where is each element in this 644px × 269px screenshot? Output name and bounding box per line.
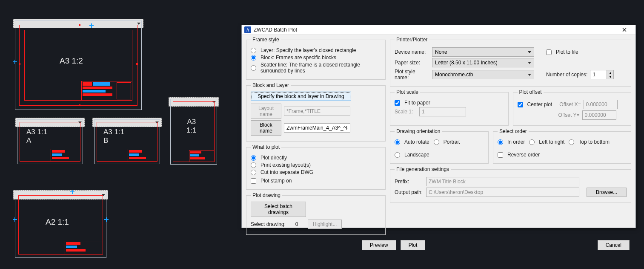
what-to-plot-group: What to plot Plot directly Print existin…: [246, 144, 386, 190]
scale-1-label: Scale 1:: [395, 109, 417, 115]
plot-style-select[interactable]: Monochrome.ctb: [432, 70, 534, 79]
printer-legend: Printer/Plotter: [395, 37, 429, 43]
printer-group: Printer/Plotter Device name: None Plot t…: [390, 37, 631, 87]
select-order-legend: Select order: [498, 128, 529, 134]
copies-down-icon[interactable]: ▼: [607, 75, 613, 79]
auto-rotate-radio[interactable]: [395, 139, 400, 145]
frame-label: A3 1:2: [60, 56, 83, 66]
select-order-group: Select order In order Left to right Top …: [493, 128, 631, 164]
offset-y-input: [582, 110, 616, 120]
frame-style-legend: Frame style: [251, 37, 281, 43]
reverse-order-checkbox[interactable]: [498, 152, 503, 158]
frame-label: A2 1:1: [46, 217, 69, 227]
close-icon: [622, 28, 627, 32]
top-to-bottom-radio[interactable]: [569, 139, 574, 145]
frame-style-block-label: Block: Frames are specific blocks: [260, 55, 336, 61]
frame-style-block-radio[interactable]: [251, 55, 256, 61]
preview-button[interactable]: Preview: [362, 240, 396, 250]
portrait-radio[interactable]: [434, 139, 439, 145]
device-name-label: Device name:: [395, 49, 429, 55]
plot-stamp-label: Plot stamp on: [260, 178, 292, 184]
offset-x-input: [584, 100, 618, 109]
plot-scale-group: Plot scale Fit to paper Scale 1:: [390, 89, 509, 126]
frame-style-scatter-label: Scatter line: The frame is a closed rect…: [260, 62, 381, 74]
fit-to-paper-label: Fit to paper: [404, 100, 430, 106]
block-layer-legend: Block and Layer: [251, 82, 291, 88]
cut-dwg-radio[interactable]: [251, 170, 256, 175]
dialog-titlebar[interactable]: h ZWCAD Batch Plot: [242, 25, 635, 35]
plot-to-file-checkbox[interactable]: [546, 49, 552, 55]
close-button[interactable]: [616, 25, 633, 35]
output-path-label: Output path:: [395, 189, 424, 195]
frame-style-layer-radio[interactable]: [251, 48, 256, 53]
offset-x-label: Offset X=: [557, 101, 581, 107]
paper-size-label: Paper size:: [395, 60, 429, 66]
print-existing-radio[interactable]: [251, 162, 256, 168]
copies-input[interactable]: [590, 70, 607, 79]
frame-a3-1-1-b[interactable]: A3 1:1 B: [94, 119, 160, 164]
plot-to-file-label: Plot to file: [556, 49, 578, 55]
frame-label: A3 1:1 A: [26, 128, 47, 145]
plot-drawing-group: Plot drawing Select batch drawings Selec…: [246, 192, 386, 235]
top-to-bottom-label: Top to bottom: [578, 139, 610, 145]
copies-up-icon[interactable]: ▲: [607, 70, 613, 75]
copies-spinner[interactable]: ▲▼: [590, 70, 614, 79]
block-name-input[interactable]: [284, 123, 350, 133]
scale-1-input: [419, 107, 466, 116]
frame-label: A3 1:1 B: [103, 128, 124, 145]
plot-offset-group: Plot offset Center plot Offset X= Offset…: [513, 89, 632, 126]
cut-dwg-label: Cut into separate DWG: [260, 169, 313, 175]
dialog-title: ZWCAD Batch Plot: [254, 27, 616, 33]
file-generation-group: File generation settings Prefix: Output …: [390, 166, 631, 203]
device-name-select[interactable]: None: [432, 47, 534, 57]
print-existing-label: Print existing layout(s): [260, 162, 311, 168]
frame-a3-1-1-a[interactable]: A3 1:1 A: [17, 119, 83, 164]
app-logo-icon: h: [244, 26, 251, 33]
frame-a3-1-1-portrait[interactable]: A3 1:1: [170, 99, 217, 165]
orientation-legend: Drawing orientation: [395, 128, 442, 134]
plot-directly-radio[interactable]: [251, 155, 256, 161]
layout-name-button: Layout name: [251, 104, 281, 119]
select-batch-drawings-button[interactable]: Select batch drawings: [251, 202, 306, 217]
plot-button[interactable]: Plot: [401, 240, 426, 250]
left-to-right-radio[interactable]: [529, 139, 535, 145]
paper-size-select[interactable]: Letter (8.50 x 11.00 Inches): [432, 58, 534, 67]
file-generation-legend: File generation settings: [395, 166, 451, 172]
dialog-footer: Preview Plot Cancel: [242, 240, 635, 250]
output-path-input: [426, 188, 579, 197]
in-order-label: In order: [507, 139, 525, 145]
specify-block-layer-button[interactable]: Specify the block and layer in Drawing: [251, 92, 351, 101]
plot-scale-legend: Plot scale: [395, 89, 420, 95]
browse-button[interactable]: Browse...: [587, 188, 627, 197]
frame-label: A3 1:1: [186, 118, 197, 135]
plot-stamp-checkbox[interactable]: [251, 178, 256, 184]
frame-style-scatter-radio[interactable]: [251, 65, 256, 71]
block-name-button[interactable]: Block name: [251, 120, 281, 136]
center-plot-checkbox[interactable]: [518, 102, 523, 107]
frame-style-layer-label: Layer: Specify the layer's closed rectan…: [260, 47, 356, 53]
highlight-button: Highlight...: [308, 220, 342, 229]
cad-canvas: A3 1:2 A3 1:1 A A3 1:1 B: [0, 0, 238, 269]
frame-style-group: Frame style Layer: Specify the layer's c…: [246, 37, 386, 80]
plot-drawing-legend: Plot drawing: [251, 192, 282, 198]
frame-a2-1-1[interactable]: A2 1:1: [15, 192, 106, 258]
batch-plot-dialog: h ZWCAD Batch Plot Frame style Layer: Sp…: [241, 25, 636, 228]
prefix-label: Prefix:: [395, 179, 424, 185]
select-drawing-count: 0: [288, 221, 305, 227]
reverse-order-label: Reverse order: [507, 152, 540, 158]
select-drawing-label: Select drawing:: [251, 221, 286, 227]
plot-offset-legend: Plot offset: [518, 89, 544, 95]
portrait-label: Portrait: [444, 139, 460, 145]
center-plot-label: Center plot: [527, 101, 555, 107]
what-to-plot-legend: What to plot: [251, 144, 281, 150]
plot-style-label: Plot style name:: [395, 69, 429, 81]
orientation-group: Drawing orientation Auto rotate Portrait…: [390, 128, 489, 164]
copies-label: Number of copies:: [546, 72, 587, 78]
layout-name-input: [284, 107, 350, 116]
cancel-button[interactable]: Cancel: [598, 240, 630, 250]
in-order-radio[interactable]: [498, 139, 503, 145]
plot-directly-label: Plot directly: [260, 155, 287, 161]
frame-a3-1-2[interactable]: A3 1:2: [15, 20, 142, 110]
landscape-radio[interactable]: [395, 152, 400, 158]
fit-to-paper-checkbox[interactable]: [395, 100, 400, 106]
